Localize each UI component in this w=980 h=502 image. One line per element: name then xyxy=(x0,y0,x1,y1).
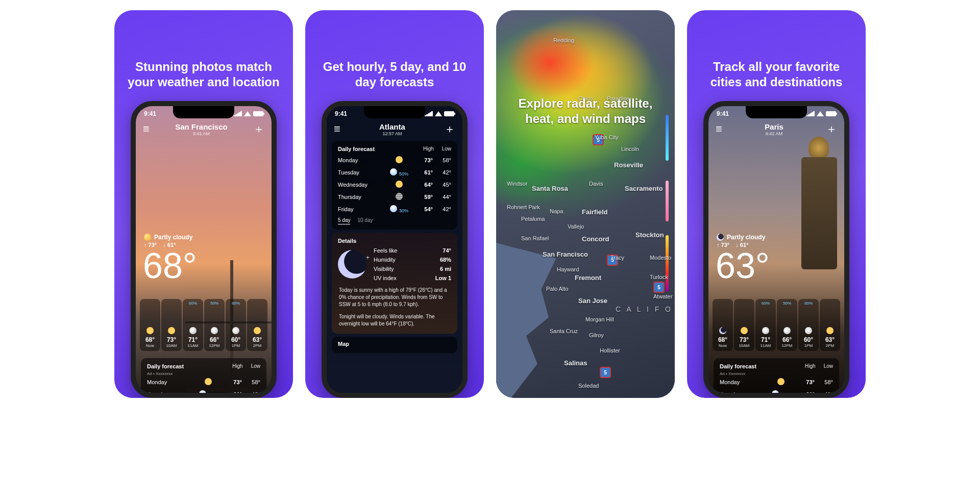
uv-index-value: Low 1 xyxy=(435,275,451,281)
cloud-icon xyxy=(762,327,769,334)
map-city-label[interactable]: Lincoln xyxy=(621,146,639,152)
map-city-label[interactable]: Hollister xyxy=(600,347,620,354)
promo-panel-2: Get hourly, 5 day, and 10 day forecasts … xyxy=(305,10,484,398)
hour-label: Now xyxy=(719,343,727,348)
map-city-label[interactable]: Napa xyxy=(550,208,563,214)
daily-row[interactable]: Wednesday64°45° xyxy=(338,179,451,191)
map-city-label[interactable]: Salinas xyxy=(564,359,587,367)
map-city-label[interactable]: Vallejo xyxy=(568,223,584,230)
add-location-icon[interactable]: ＋ xyxy=(444,121,455,137)
app-topbar: ≡ Atlanta 12:57 AM ＋ xyxy=(327,118,462,137)
menu-icon[interactable]: ≡ xyxy=(716,122,722,136)
hour-column[interactable]: 50%66°12PM xyxy=(204,299,225,351)
interstate-shield: 5 xyxy=(653,282,665,293)
panel-headline: Track all your favorite cities and desti… xyxy=(687,59,866,90)
map-city-label[interactable]: Atwater xyxy=(653,293,672,299)
map-city-label[interactable]: Santa Cruz xyxy=(550,328,578,334)
map-card[interactable]: Map xyxy=(332,337,457,353)
map-city-label[interactable]: Palo Alto xyxy=(546,286,568,292)
hour-column[interactable]: 73°10AM xyxy=(161,299,182,351)
map-city-label[interactable]: Modesto xyxy=(650,255,671,261)
map-city-label[interactable]: San Jose xyxy=(578,297,607,305)
hour-column[interactable]: 68°Now xyxy=(140,299,160,351)
hour-column[interactable]: 63°2PM xyxy=(247,299,267,351)
map-city-label[interactable]: Fremont xyxy=(575,274,601,282)
daily-row[interactable]: Monday73°58° xyxy=(147,376,260,388)
cloud-icon xyxy=(232,327,239,334)
map-city-label[interactable]: Rohnert Park xyxy=(507,204,540,210)
legend-bar-mid xyxy=(666,181,669,221)
map-city-label[interactable]: Windsor xyxy=(507,181,527,187)
daily-row[interactable]: Monday73°58° xyxy=(338,154,451,166)
daily-row[interactable]: Tuesday50%61°42° xyxy=(147,388,260,398)
cloud-icon xyxy=(211,327,218,334)
hour-column[interactable]: 63°2PM xyxy=(820,299,840,351)
ad-label: Ad • Xxxxxxxx xyxy=(720,371,833,376)
map-city-label[interactable]: San Francisco xyxy=(543,250,588,258)
daily-forecast-card[interactable]: Daily forecast High Low Monday73°58°Tues… xyxy=(332,141,457,230)
tab-10day[interactable]: 10 day xyxy=(357,217,373,224)
battery-icon xyxy=(826,111,836,116)
status-time: 9:41 xyxy=(717,110,729,117)
map-city-label[interactable]: Morgan Hill xyxy=(585,316,614,322)
map-city-label[interactable]: Turlock xyxy=(650,274,668,280)
phone-frame: 9:41 ≡ Paris 6:41 AM ＋ Partly cloudy xyxy=(703,101,849,398)
hour-column[interactable]: 50%66°12PM xyxy=(777,299,797,351)
hour-column[interactable]: 80%60°1PM xyxy=(226,299,246,351)
map-city-label[interactable]: Santa Rosa xyxy=(532,185,568,192)
add-location-icon[interactable]: ＋ xyxy=(253,121,264,137)
phone-notch xyxy=(173,106,234,118)
day-low: 42° xyxy=(242,391,260,397)
tab-5day[interactable]: 5 day xyxy=(338,217,350,224)
map-city-label[interactable]: Stockton xyxy=(635,231,664,239)
map-city-label[interactable]: Yuba City xyxy=(595,134,619,140)
add-location-icon[interactable]: ＋ xyxy=(826,121,837,137)
map-city-label[interactable]: San Rafael xyxy=(521,235,549,241)
daily-row[interactable]: Thursday59°44° xyxy=(338,191,451,203)
map-city-label[interactable]: Davis xyxy=(589,181,603,187)
precip-chance: 80% xyxy=(232,301,240,306)
map-city-label[interactable]: Hayward xyxy=(557,266,579,272)
hourly-forecast[interactable]: 68°Now73°10AM60%71°11AM50%66°12PM80%60°1… xyxy=(136,284,272,355)
precip-chance: 50% xyxy=(208,393,217,398)
daily-forecast-card[interactable]: Daily forecast High Low Ad • Xxxxxxxx Mo… xyxy=(714,358,839,398)
daily-row[interactable]: Tuesday50%61°42° xyxy=(720,388,833,398)
local-time: 9:41 AM xyxy=(175,131,228,136)
hour-column[interactable]: 80%60°1PM xyxy=(798,299,819,351)
hour-temp: 60° xyxy=(804,336,813,343)
hour-column[interactable]: 68°Now xyxy=(713,299,733,351)
map-city-label[interactable]: Sacramento xyxy=(625,185,663,192)
card-title: Daily forecast xyxy=(338,146,375,152)
daily-row[interactable]: Monday73°58° xyxy=(720,376,833,388)
hour-column[interactable]: 73°10AM xyxy=(734,299,754,351)
map-city-label[interactable]: Fairfield xyxy=(582,208,608,216)
daily-row[interactable]: Friday30%54°42° xyxy=(338,203,451,215)
map-city-label[interactable]: Redding xyxy=(553,37,574,43)
day-low: 58° xyxy=(242,379,260,385)
daily-forecast-card[interactable]: Daily forecast High Low Ad • Xxxxxxxx Mo… xyxy=(141,358,266,398)
hour-column[interactable]: 60%71°11AM xyxy=(755,299,776,351)
day-low: 42° xyxy=(433,169,451,175)
map-city-label[interactable]: Concord xyxy=(582,235,609,243)
hourly-forecast[interactable]: 68°Now73°10AM60%71°11AM50%66°12PM80%60°1… xyxy=(708,284,844,355)
app-topbar: ≡ Paris 6:41 AM ＋ xyxy=(708,118,844,137)
map-city-label[interactable]: Roseville xyxy=(614,161,643,169)
city-name: San Francisco xyxy=(175,122,228,131)
city-name: Paris xyxy=(765,122,783,131)
moon-icon xyxy=(719,327,726,334)
details-card[interactable]: Details Feels like74° Humidity68% Visibi… xyxy=(332,233,457,334)
hour-column[interactable]: 60%71°11AM xyxy=(183,299,203,351)
phone-frame: 9:41 ≡ Atlanta 12:57 AM ＋ Daily for xyxy=(322,101,468,398)
menu-icon[interactable]: ≡ xyxy=(334,122,340,136)
cloud-icon xyxy=(805,327,812,334)
day-label: Tuesday xyxy=(147,391,193,397)
map-city-label[interactable]: Tracy xyxy=(610,255,624,261)
map-city-label[interactable]: Soledad xyxy=(578,383,599,389)
precip-chance: 50% xyxy=(210,301,218,306)
map-city-label[interactable]: Petaluma xyxy=(521,216,545,222)
daily-row[interactable]: Tuesday50%61°42° xyxy=(338,166,451,179)
map-city-label[interactable]: Gilroy xyxy=(589,332,604,338)
menu-icon[interactable]: ≡ xyxy=(143,122,150,136)
card-title: Daily forecast xyxy=(147,363,184,369)
precip-chance: 50% xyxy=(781,393,790,398)
